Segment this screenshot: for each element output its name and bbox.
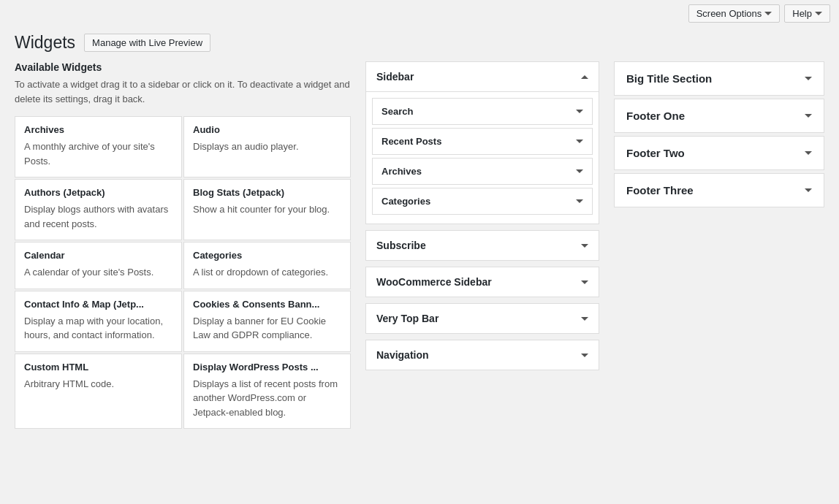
list-item[interactable]: Blog Stats (Jetpack) Show a hit counter …: [183, 179, 351, 240]
sidebar-panel: Sidebar Search Recent Posts Archives Cat…: [365, 61, 599, 429]
sidebar-other-area-label: Navigation: [376, 349, 429, 361]
sidebar-other-area-header[interactable]: Very Top Bar: [366, 304, 599, 333]
sidebar-widget-name: Categories: [381, 196, 430, 207]
widget-item-name: Archives: [24, 124, 172, 135]
area-chevron-icon: [581, 317, 588, 321]
available-widgets-heading: Available Widgets: [15, 61, 351, 73]
list-item[interactable]: Categories: [372, 188, 593, 215]
footer-area-label: Footer Two: [626, 147, 685, 159]
list-item[interactable]: Search: [372, 98, 593, 125]
sidebar-other-area-header[interactable]: WooCommerce Sidebar: [366, 267, 599, 297]
screen-options-chevron-icon: [764, 12, 772, 15]
footer-chevron-icon: [805, 77, 812, 80]
available-widgets-panel: Available Widgets To activate a widget d…: [15, 61, 351, 429]
list-item[interactable]: Calendar A calendar of your site's Posts…: [15, 242, 182, 289]
widget-item-name: Custom HTML: [24, 362, 172, 373]
area-chevron-icon: [581, 354, 588, 357]
help-button[interactable]: Help: [784, 4, 830, 23]
footer-panel: Big Title Section Footer One Footer Two …: [614, 61, 824, 429]
widget-item-desc: Displays a list of recent posts from ano…: [193, 377, 341, 420]
sidebar-area-label: Sidebar: [376, 71, 414, 83]
footer-area: Big Title Section: [614, 61, 824, 96]
widget-item-name: Display WordPress Posts ...: [193, 362, 341, 373]
sidebar-area-content: Search Recent Posts Archives Categories: [366, 91, 599, 224]
screen-options-label: Screen Options: [696, 8, 762, 19]
footer-chevron-icon: [805, 151, 812, 155]
list-item[interactable]: Recent Posts: [372, 128, 593, 155]
footer-area-label: Big Title Section: [626, 72, 712, 85]
footer-chevron-icon: [805, 114, 812, 118]
footer-area-header[interactable]: Footer One: [615, 99, 824, 132]
sidebar-chevron-icon: [581, 75, 588, 79]
footer-chevron-icon: [805, 188, 812, 192]
widget-item-name: Blog Stats (Jetpack): [193, 187, 341, 198]
widget-item-desc: Display a map with your location, hours,…: [24, 314, 172, 343]
page-title: Widgets: [15, 33, 75, 53]
list-item[interactable]: Contact Info & Map (Jetp... Display a ma…: [15, 291, 182, 352]
top-bar: Screen Options Help: [0, 0, 839, 27]
sidebar-other-area-label: Subscribe: [376, 240, 426, 251]
sidebar-other-area-label: WooCommerce Sidebar: [376, 276, 492, 288]
footer-area-label: Footer Three: [626, 184, 694, 196]
widget-item-desc: Display a banner for EU Cookie Law and G…: [193, 314, 341, 343]
footer-area: Footer Two: [614, 136, 824, 170]
help-label: Help: [792, 8, 812, 19]
list-item[interactable]: Authors (Jetpack) Display blogs authors …: [15, 179, 182, 240]
widget-item-desc: A monthly archive of your site's Posts.: [24, 140, 172, 168]
widget-chevron-icon: [576, 140, 583, 143]
help-chevron-icon: [815, 12, 822, 15]
sidebar-area: Sidebar Search Recent Posts Archives Cat…: [365, 61, 599, 224]
page-header: Widgets Manage with Live Preview: [0, 27, 839, 61]
sidebar-widget-name: Recent Posts: [381, 136, 441, 147]
footer-area: Footer One: [614, 99, 824, 133]
widget-grid: Archives A monthly archive of your site'…: [15, 116, 351, 429]
list-item[interactable]: Custom HTML Arbitrary HTML code.: [15, 354, 182, 429]
list-item[interactable]: Display WordPress Posts ... Displays a l…: [183, 354, 351, 429]
sidebar-area: Navigation: [365, 340, 599, 370]
list-item[interactable]: Archives A monthly archive of your site'…: [15, 116, 182, 177]
sidebar-other-area-header[interactable]: Navigation: [366, 340, 599, 370]
widget-item-desc: Arbitrary HTML code.: [24, 377, 172, 392]
widget-item-name: Categories: [193, 250, 341, 261]
widget-item-desc: A calendar of your site's Posts.: [24, 265, 172, 280]
sidebar-widget-name: Search: [381, 106, 413, 117]
main-content: Available Widgets To activate a widget d…: [0, 61, 839, 443]
sidebar-area: Very Top Bar: [365, 303, 599, 334]
sidebar-area-header[interactable]: Sidebar: [366, 62, 599, 91]
footer-area-header[interactable]: Big Title Section: [615, 62, 824, 95]
footer-area-header[interactable]: Footer Two: [615, 137, 824, 169]
list-item[interactable]: Cookies & Consents Bann... Display a ban…: [183, 291, 351, 352]
footer-area: Footer Three: [614, 173, 824, 207]
area-chevron-icon: [581, 280, 588, 284]
widget-item-name: Calendar: [24, 250, 172, 261]
sidebar-other-area-label: Very Top Bar: [376, 313, 439, 324]
list-item[interactable]: Archives: [372, 158, 593, 185]
sidebar-area: WooCommerce Sidebar: [365, 267, 599, 297]
footer-area-header[interactable]: Footer Three: [615, 174, 824, 207]
sidebar-other-area-header[interactable]: Subscribe: [366, 231, 599, 260]
widget-item-name: Authors (Jetpack): [24, 187, 172, 198]
area-chevron-icon: [581, 244, 588, 248]
widget-item-name: Contact Info & Map (Jetp...: [24, 299, 172, 310]
list-item[interactable]: Audio Displays an audio player.: [183, 116, 351, 177]
screen-options-button[interactable]: Screen Options: [688, 4, 781, 23]
widget-chevron-icon: [576, 169, 583, 173]
widget-item-desc: Displays an audio player.: [193, 140, 341, 154]
sidebar-widget-name: Archives: [381, 166, 422, 177]
widget-item-desc: Show a hit counter for your blog.: [193, 202, 341, 217]
sidebar-area: Subscribe: [365, 230, 599, 261]
widget-item-name: Audio: [193, 124, 341, 135]
widget-item-desc: Display blogs authors with avatars and r…: [24, 202, 172, 231]
widget-chevron-icon: [576, 199, 583, 203]
manage-live-preview-button[interactable]: Manage with Live Preview: [84, 34, 210, 52]
widget-chevron-icon: [576, 110, 583, 113]
footer-area-label: Footer One: [626, 110, 685, 122]
available-widgets-description: To activate a widget drag it to a sideba…: [15, 77, 351, 106]
list-item[interactable]: Categories A list or dropdown of categor…: [183, 242, 351, 289]
widget-item-desc: A list or dropdown of categories.: [193, 265, 341, 280]
widget-item-name: Cookies & Consents Bann...: [193, 299, 341, 310]
